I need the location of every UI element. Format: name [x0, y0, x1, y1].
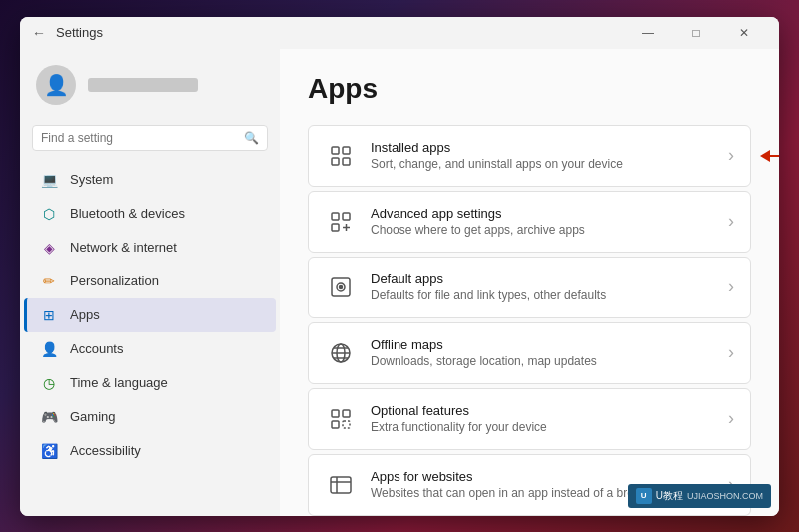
- installed-apps-title: Installed apps: [371, 140, 714, 155]
- optional-features-title: Optional features: [371, 403, 714, 418]
- nav-label-1: Bluetooth & devices: [70, 206, 185, 221]
- svg-rect-21: [331, 477, 351, 493]
- sidebar-item-gaming[interactable]: 🎮Gaming: [24, 400, 276, 434]
- user-name-placeholder: [88, 78, 198, 92]
- back-button[interactable]: ←: [32, 25, 48, 41]
- settings-window: ← Settings — □ ✕ 👤: [20, 17, 779, 516]
- offline-maps-icon: [325, 337, 357, 369]
- nav-label-2: Network & internet: [70, 240, 177, 255]
- main-panel: Apps Installed appsSort, change, and uni…: [280, 49, 779, 516]
- optional-features-desc: Extra functionality for your device: [371, 420, 714, 434]
- nav-icon-3: ✏: [40, 272, 58, 290]
- default-apps-chevron-icon: ›: [728, 276, 734, 297]
- nav-list: 💻System⬡Bluetooth & devices◈Network & in…: [20, 163, 280, 468]
- arrow-head-icon: [760, 150, 770, 162]
- optional-features-text: Optional featuresExtra functionality for…: [371, 403, 714, 434]
- nav-icon-6: ◷: [40, 374, 58, 392]
- svg-rect-4: [332, 213, 339, 220]
- titlebar: ← Settings — □ ✕: [20, 17, 779, 49]
- settings-list: Installed appsSort, change, and uninstal…: [308, 125, 751, 516]
- installed-apps-icon: [325, 140, 357, 172]
- svg-rect-2: [332, 158, 339, 165]
- svg-rect-20: [343, 421, 350, 428]
- maximize-button[interactable]: □: [673, 17, 719, 49]
- nav-icon-0: 💻: [40, 171, 58, 189]
- nav-icon-2: ◈: [40, 239, 58, 257]
- optional-features-chevron-icon: ›: [728, 408, 734, 429]
- svg-rect-1: [343, 147, 350, 154]
- svg-rect-17: [332, 410, 339, 417]
- installed-apps-text: Installed appsSort, change, and uninstal…: [371, 140, 714, 171]
- avatar: 👤: [36, 65, 76, 105]
- optional-features-icon: [325, 403, 357, 435]
- window-controls: — □ ✕: [625, 17, 767, 49]
- page-title: Apps: [308, 73, 751, 105]
- settings-item-offline-maps[interactable]: Offline mapsDownloads, storage location,…: [308, 322, 751, 384]
- svg-rect-19: [332, 421, 339, 428]
- nav-label-8: Accessibility: [70, 443, 141, 458]
- nav-icon-5: 👤: [40, 340, 58, 358]
- watermark: U U教程 UJIAOSHON.COM: [628, 484, 771, 508]
- svg-rect-0: [332, 147, 339, 154]
- advanced-app-settings-chevron-icon: ›: [728, 211, 734, 232]
- nav-icon-1: ⬡: [40, 205, 58, 223]
- nav-icon-8: ♿: [40, 442, 58, 460]
- offline-maps-desc: Downloads, storage location, map updates: [371, 354, 714, 368]
- sidebar-item-accessibility[interactable]: ♿Accessibility: [24, 434, 276, 468]
- offline-maps-title: Offline maps: [371, 337, 714, 352]
- apps-for-websites-title: Apps for websites: [371, 469, 714, 484]
- svg-rect-3: [343, 158, 350, 165]
- nav-icon-7: 🎮: [40, 408, 58, 426]
- advanced-app-settings-title: Advanced app settings: [371, 206, 714, 221]
- user-profile: 👤: [20, 57, 280, 121]
- default-apps-icon: [325, 271, 357, 303]
- watermark-logo: U: [636, 488, 652, 504]
- default-apps-title: Default apps: [371, 271, 714, 286]
- sidebar-item-bluetooth---devices[interactable]: ⬡Bluetooth & devices: [24, 197, 276, 231]
- sidebar-item-accounts[interactable]: 👤Accounts: [24, 332, 276, 366]
- nav-label-0: System: [70, 172, 113, 187]
- advanced-app-settings-text: Advanced app settingsChoose where to get…: [371, 206, 714, 237]
- offline-maps-text: Offline mapsDownloads, storage location,…: [371, 337, 714, 368]
- advanced-app-settings-desc: Choose where to get apps, archive apps: [371, 223, 714, 237]
- nav-label-7: Gaming: [70, 409, 116, 424]
- nav-label-4: Apps: [70, 307, 100, 322]
- sidebar-item-system[interactable]: 💻System: [24, 163, 276, 197]
- arrow-line: [770, 155, 779, 157]
- sidebar-item-time---language[interactable]: ◷Time & language: [24, 366, 276, 400]
- settings-item-advanced-app-settings[interactable]: Advanced app settingsChoose where to get…: [308, 191, 751, 253]
- settings-item-default-apps[interactable]: Default appsDefaults for file and link t…: [308, 257, 751, 318]
- sidebar-item-apps[interactable]: ⊞Apps: [24, 298, 276, 332]
- installed-apps-desc: Sort, change, and uninstall apps on your…: [371, 157, 714, 171]
- settings-item-installed-apps[interactable]: Installed appsSort, change, and uninstal…: [308, 125, 751, 187]
- nav-label-3: Personalization: [70, 273, 159, 288]
- window-title: Settings: [56, 25, 103, 40]
- sidebar: 👤 🔍 💻System⬡Bluetooth & devices◈Network …: [20, 49, 280, 516]
- nav-icon-4: ⊞: [40, 306, 58, 324]
- advanced-app-settings-icon: [325, 206, 357, 238]
- installed-apps-chevron-icon: ›: [728, 145, 734, 166]
- nav-label-6: Time & language: [70, 375, 168, 390]
- search-icon: 🔍: [244, 131, 259, 145]
- nav-label-5: Accounts: [70, 341, 123, 356]
- main-content: 👤 🔍 💻System⬡Bluetooth & devices◈Network …: [20, 49, 779, 516]
- search-input[interactable]: [41, 131, 238, 145]
- sidebar-item-personalization[interactable]: ✏Personalization: [24, 265, 276, 298]
- watermark-subtext: UJIAOSHON.COM: [687, 491, 763, 501]
- close-button[interactable]: ✕: [721, 17, 767, 49]
- svg-point-11: [340, 285, 343, 288]
- arrow-annotation: [760, 150, 779, 162]
- default-apps-desc: Defaults for file and link types, other …: [371, 288, 714, 302]
- watermark-text: U教程: [656, 489, 683, 503]
- search-box[interactable]: 🔍: [32, 125, 268, 151]
- titlebar-left: ← Settings: [32, 25, 103, 41]
- minimize-button[interactable]: —: [625, 17, 671, 49]
- svg-rect-6: [332, 224, 339, 231]
- svg-rect-5: [343, 213, 350, 220]
- offline-maps-chevron-icon: ›: [728, 342, 734, 363]
- apps-for-websites-icon: [325, 469, 357, 501]
- sidebar-item-network---internet[interactable]: ◈Network & internet: [24, 231, 276, 265]
- svg-rect-18: [343, 410, 350, 417]
- settings-item-optional-features[interactable]: Optional featuresExtra functionality for…: [308, 388, 751, 450]
- default-apps-text: Default appsDefaults for file and link t…: [371, 271, 714, 302]
